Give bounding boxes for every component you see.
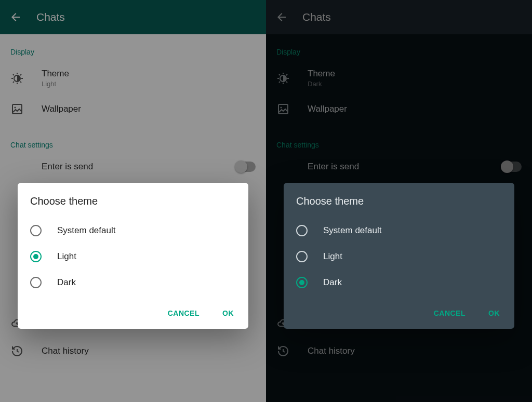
enter-send-switch[interactable] — [502, 162, 522, 172]
theme-row[interactable]: Theme Light — [0, 61, 266, 95]
radio-icon — [296, 277, 308, 288]
option-label: System default — [57, 225, 115, 236]
wallpaper-row[interactable]: Wallpaper — [0, 95, 266, 123]
svg-line-16 — [279, 74, 280, 75]
option-label: Dark — [323, 277, 342, 288]
header: Chats — [0, 0, 266, 34]
theme-label: Theme — [308, 69, 335, 79]
svg-line-6 — [20, 82, 21, 83]
svg-point-10 — [15, 107, 16, 109]
svg-rect-20 — [278, 104, 288, 114]
theme-icon — [276, 72, 290, 85]
radio-icon — [296, 225, 308, 236]
theme-option-light[interactable]: Light — [30, 244, 236, 270]
svg-line-17 — [286, 82, 287, 83]
cancel-button[interactable]: CANCEL — [432, 305, 468, 321]
chat-history-row[interactable]: Chat history — [0, 337, 266, 365]
theme-option-system[interactable]: System default — [296, 218, 502, 244]
cancel-button[interactable]: CANCEL — [166, 305, 202, 321]
radio-icon — [296, 251, 308, 262]
option-label: Light — [323, 251, 342, 262]
page-title: Chats — [36, 11, 65, 23]
history-icon — [10, 344, 24, 358]
enter-send-row[interactable]: Enter is send — [266, 154, 532, 179]
theme-option-dark[interactable]: Dark — [30, 270, 236, 296]
chat-history-label: Chat history — [308, 346, 355, 356]
back-button[interactable] — [9, 11, 22, 23]
svg-line-7 — [13, 82, 14, 83]
section-display: Display — [0, 44, 266, 61]
theme-dialog: Choose theme System default Light Dark C… — [284, 183, 514, 329]
enter-send-row[interactable]: Enter is send — [0, 154, 266, 179]
ok-button[interactable]: OK — [220, 305, 236, 321]
ok-button[interactable]: OK — [486, 305, 502, 321]
theme-icon — [10, 72, 24, 85]
section-chat: Chat settings — [266, 137, 532, 154]
chat-history-label: Chat history — [42, 346, 89, 356]
back-button[interactable] — [275, 11, 288, 23]
enter-send-switch[interactable] — [236, 162, 256, 172]
dialog-title: Choose theme — [30, 195, 236, 207]
svg-line-19 — [286, 74, 287, 75]
svg-line-5 — [13, 74, 14, 75]
section-chat: Chat settings — [0, 137, 266, 154]
option-label: Dark — [57, 277, 76, 288]
page-title: Chats — [302, 11, 331, 23]
theme-dialog: Choose theme System default Light Dark C… — [18, 183, 248, 329]
theme-value: Light — [42, 80, 69, 88]
history-icon — [276, 344, 290, 358]
wallpaper-label: Wallpaper — [42, 104, 81, 114]
svg-point-21 — [281, 107, 282, 109]
theme-label: Theme — [42, 69, 69, 79]
svg-line-18 — [279, 82, 280, 83]
radio-icon — [30, 277, 42, 288]
enter-send-label: Enter is send — [308, 162, 359, 171]
svg-rect-9 — [12, 104, 22, 114]
enter-send-label: Enter is send — [42, 162, 93, 171]
wallpaper-row[interactable]: Wallpaper — [266, 95, 532, 123]
theme-option-system[interactable]: System default — [30, 218, 236, 244]
section-display: Display — [266, 44, 532, 61]
wallpaper-icon — [276, 102, 290, 116]
option-label: System default — [323, 225, 381, 236]
dialog-title: Choose theme — [296, 195, 502, 207]
radio-icon — [30, 225, 42, 236]
option-label: Light — [57, 251, 76, 262]
theme-option-dark[interactable]: Dark — [296, 270, 502, 296]
svg-line-8 — [20, 74, 21, 75]
header: Chats — [266, 0, 532, 34]
theme-option-light[interactable]: Light — [296, 244, 502, 270]
chat-history-row[interactable]: Chat history — [266, 337, 532, 365]
theme-value: Dark — [308, 80, 335, 88]
wallpaper-icon — [10, 102, 24, 116]
wallpaper-label: Wallpaper — [308, 104, 347, 114]
radio-icon — [30, 251, 42, 262]
theme-row[interactable]: Theme Dark — [266, 61, 532, 95]
